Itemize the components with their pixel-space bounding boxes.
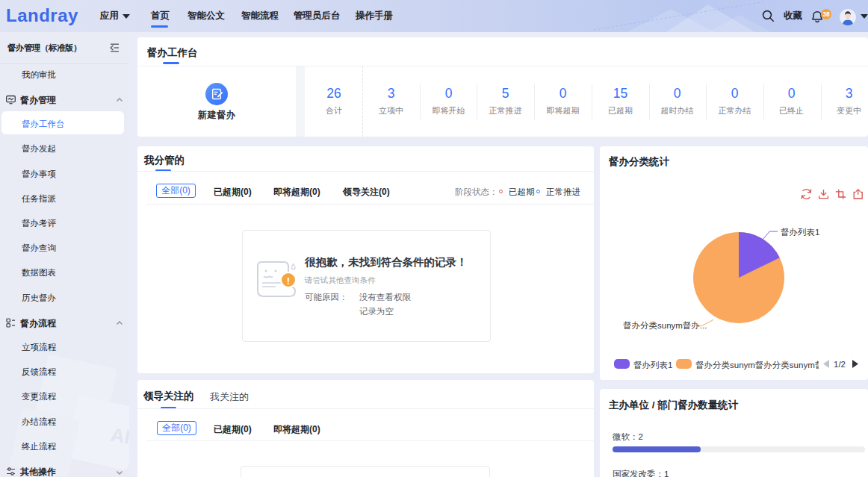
svg-text:督办列表1: 督办列表1	[781, 228, 819, 237]
svg-text:督办分类sunym督办...: 督办分类sunym督办...	[623, 321, 707, 330]
svg-text:AI: AI	[109, 423, 129, 449]
